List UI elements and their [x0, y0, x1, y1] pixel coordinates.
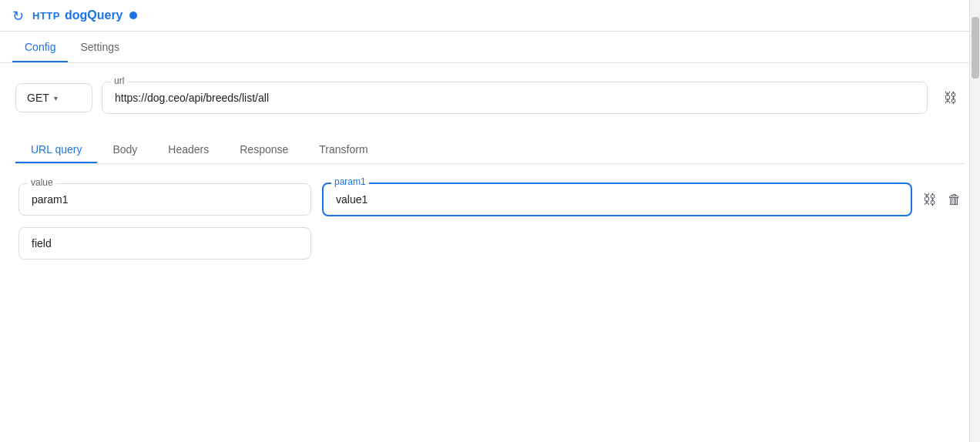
field-only-row: [18, 227, 962, 260]
url-input[interactable]: [102, 82, 928, 114]
refresh-icon: ↻: [12, 8, 28, 23]
method-label: GET: [27, 92, 49, 104]
chevron-down-icon: ▾: [54, 94, 58, 102]
param-input[interactable]: [322, 182, 912, 216]
value-field-wrapper: value: [18, 183, 311, 216]
scrollbar[interactable]: [969, 0, 980, 442]
value-input[interactable]: [18, 183, 311, 216]
params-area: value param1 ⛓ 🗑: [15, 182, 965, 260]
field-wrapper: [18, 227, 311, 260]
field-input[interactable]: [18, 227, 311, 260]
sub-tab-headers[interactable]: Headers: [153, 136, 224, 163]
sub-tab-url-query[interactable]: URL query: [15, 136, 97, 163]
tab-settings[interactable]: Settings: [68, 32, 132, 62]
param-link-icon[interactable]: ⛓: [923, 192, 937, 208]
value-label: value: [28, 177, 56, 188]
status-dot: [129, 12, 137, 19]
http-badge: HTTP: [32, 10, 60, 22]
url-link-icon[interactable]: ⛓: [937, 84, 965, 112]
param-row-1: value param1 ⛓ 🗑: [18, 182, 962, 216]
sub-tab-transform[interactable]: Transform: [304, 136, 383, 163]
sub-tabs: URL query Body Headers Response Transfor…: [15, 136, 965, 164]
main-tabs: Config Settings: [0, 32, 980, 63]
sub-tab-response[interactable]: Response: [224, 136, 304, 163]
top-bar: ↻ HTTP dogQuery: [0, 0, 980, 32]
page-title: dogQuery: [65, 8, 123, 22]
param-delete-icon[interactable]: 🗑: [948, 192, 962, 208]
scrollbar-thumb: [972, 17, 979, 79]
param-field-wrapper: param1: [322, 182, 912, 216]
url-row: GET ▾ url ⛓: [15, 82, 965, 114]
param-label: param1: [331, 176, 369, 187]
main-content: GET ▾ url ⛓ URL query Body Headers Respo…: [0, 63, 980, 278]
tab-config[interactable]: Config: [12, 32, 68, 62]
url-label: url: [111, 75, 127, 86]
url-field-wrapper: url: [102, 82, 928, 114]
method-select[interactable]: GET ▾: [15, 83, 92, 112]
sub-tab-body[interactable]: Body: [97, 136, 153, 163]
